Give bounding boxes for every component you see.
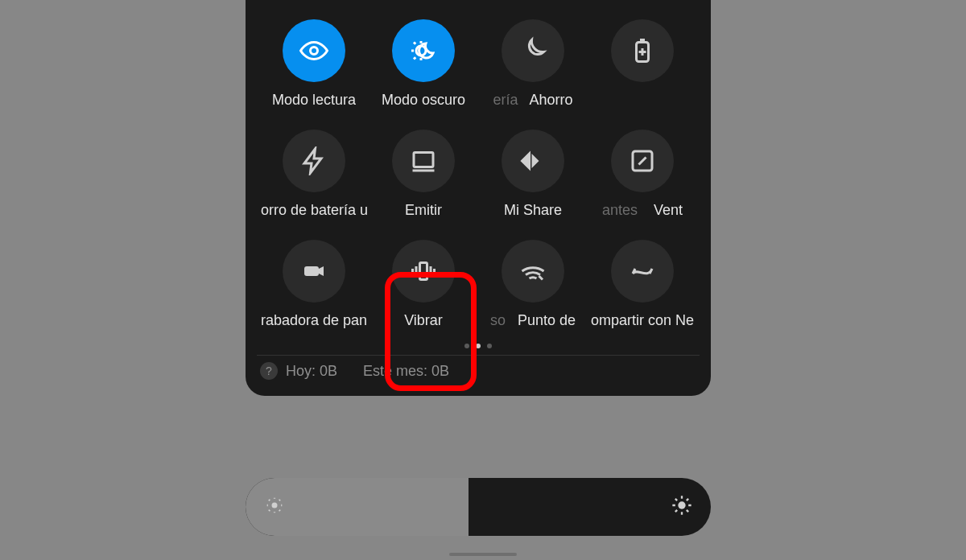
moon-icon [502, 19, 564, 82]
mishare-icon [502, 130, 564, 192]
tile-reading-mode[interactable]: Modo lectura [262, 19, 366, 109]
page-indicator [250, 344, 706, 348]
month-usage: Este mes: 0B [363, 363, 449, 380]
tile-label: ompartir con Ne [591, 312, 694, 329]
tile-label: so Punto de [490, 312, 576, 329]
tile-vibrate[interactable]: Vibrar [371, 240, 476, 329]
tile-do-not-disturb[interactable]: ería Ahorro [481, 19, 585, 109]
tile-mi-share[interactable]: Mi Share [481, 130, 585, 219]
tile-label: antes Vent [602, 202, 683, 219]
brightness-slider[interactable] [246, 478, 711, 536]
home-indicator[interactable] [449, 553, 517, 556]
brightness-low-icon [263, 494, 286, 520]
svg-point-7 [272, 503, 278, 509]
tile-label: rabadora de pant [261, 312, 367, 329]
brightness-high-icon [671, 494, 693, 520]
data-usage-footer[interactable]: ? Hoy: 0B Este mes: 0B [250, 356, 706, 386]
tile-cast[interactable]: Emitir [371, 130, 476, 219]
cast-icon [392, 130, 455, 192]
tile-label: orro de batería u [261, 202, 367, 219]
bolt-icon [283, 130, 345, 192]
vibrate-icon [392, 240, 455, 303]
svg-point-8 [678, 501, 685, 509]
tile-label: Mi Share [504, 202, 562, 219]
tile-nearby-share[interactable]: ompartir con Ne [590, 240, 695, 329]
nearby-icon [611, 240, 674, 303]
tile-floating-windows[interactable]: antes Vent [590, 130, 695, 219]
video-icon [283, 240, 345, 303]
svg-point-0 [311, 47, 318, 55]
tile-ultra-battery-saver[interactable]: orro de batería u [262, 130, 366, 219]
tile-label: Vibrar [404, 312, 443, 329]
today-usage: Hoy: 0B [286, 363, 337, 380]
svg-rect-3 [414, 153, 433, 167]
tile-label: Emitir [405, 202, 442, 219]
tile-dark-mode[interactable]: Modo oscuro [371, 19, 476, 109]
tile-battery-saver[interactable]: Ahorro [590, 19, 695, 109]
eye-icon [283, 19, 345, 82]
battery-plus-icon [611, 19, 674, 82]
help-icon: ? [260, 362, 278, 380]
tile-label: ería Ahorro [493, 92, 572, 109]
tile-label: Modo oscuro [382, 92, 465, 109]
tile-hotspot[interactable]: so Punto de [481, 240, 585, 329]
tile-label: Modo lectura [272, 92, 356, 109]
svg-rect-5 [304, 266, 319, 276]
hotspot-icon [502, 240, 564, 303]
svg-rect-6 [420, 263, 427, 280]
tile-screen-recorder[interactable]: rabadora de pant [262, 240, 366, 329]
quick-settings-panel: Modo lectura Modo oscuro ería Ahorro [246, 0, 711, 396]
sun-moon-icon [392, 19, 455, 82]
expand-icon [611, 130, 674, 192]
